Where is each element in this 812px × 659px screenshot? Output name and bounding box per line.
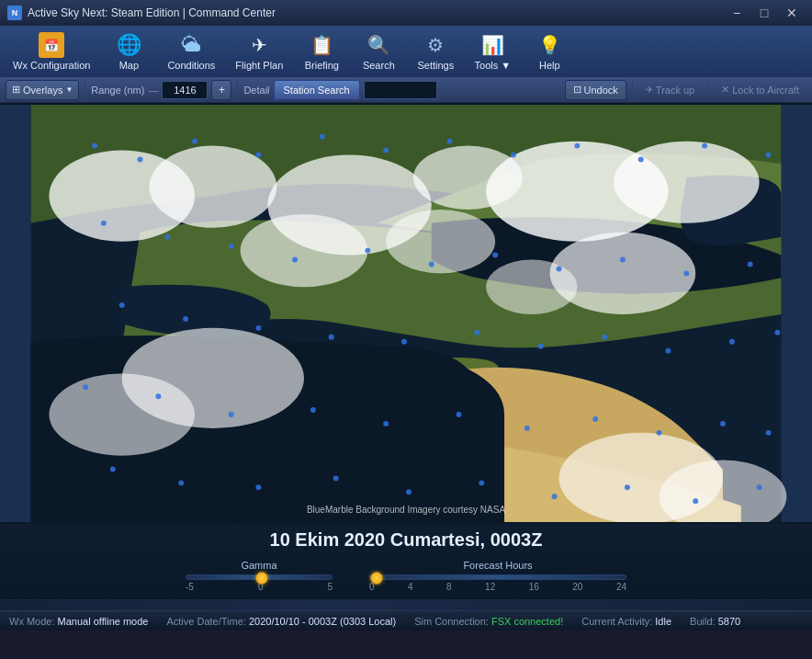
svg-point-12 <box>49 373 195 455</box>
overlays-label: Overlays <box>23 85 62 96</box>
range-plus-button[interactable]: + <box>211 80 231 100</box>
svg-point-32 <box>429 261 434 267</box>
menu-item-tools[interactable]: 📊 Tools ▼ <box>465 28 520 74</box>
svg-point-67 <box>625 484 630 490</box>
scrollbar-area[interactable] <box>0 599 812 610</box>
chart-icon: 📊 <box>481 34 504 56</box>
svg-point-17 <box>192 139 197 144</box>
menu-item-map[interactable]: 🌐 Map <box>101 28 156 74</box>
gamma-thumb[interactable] <box>255 572 268 585</box>
menu-item-flight-plan[interactable]: ✈ Flight Plan <box>226 28 292 74</box>
bottom-info-panel: 10 Ekim 2020 Cumartesi, 0003Z Gamma -5 0… <box>0 524 812 599</box>
svg-point-44 <box>538 344 544 349</box>
svg-point-30 <box>292 257 298 263</box>
current-activity-label: Current Activity: <box>581 616 652 627</box>
menu-item-search[interactable]: 🔍 Search <box>351 28 406 74</box>
station-search-input[interactable] <box>364 81 437 99</box>
svg-point-49 <box>83 384 88 390</box>
svg-point-18 <box>255 153 261 158</box>
svg-point-61 <box>178 480 184 485</box>
svg-point-41 <box>329 335 334 340</box>
svg-point-21 <box>447 139 453 144</box>
menu-label-briefing: Briefing <box>305 60 339 71</box>
menu-label-flight-plan: Flight Plan <box>235 60 283 71</box>
cloud-icon: 🌥 <box>181 33 201 57</box>
menu-label-map: Map <box>119 60 139 71</box>
undock-button[interactable]: ⊡ Undock <box>565 80 626 100</box>
menu-item-wx-config[interactable]: 📅 Wx Configuration <box>4 28 99 74</box>
svg-point-43 <box>474 330 479 335</box>
svg-point-28 <box>164 234 170 240</box>
forecast-tick-8: 8 <box>446 582 452 592</box>
svg-point-33 <box>492 253 498 258</box>
detail-label: Detail <box>243 85 269 96</box>
svg-point-15 <box>92 143 97 149</box>
menu-item-conditions[interactable]: 🌥 Conditions <box>158 28 224 74</box>
toolbar: ⊞ Overlays ▼ Range (nm) — + Detail Stati… <box>0 77 812 103</box>
svg-point-68 <box>693 498 698 504</box>
track-up-icon: ✈ <box>646 85 653 95</box>
svg-point-51 <box>229 412 234 417</box>
gamma-slider-group: Gamma -5 0 5 <box>186 560 333 592</box>
forecast-tick-16: 16 <box>529 582 539 592</box>
svg-point-45 <box>602 335 607 340</box>
track-up-button: ✈ Track up <box>638 80 702 100</box>
build-value: 5870 <box>718 616 740 627</box>
menu-label-tools: Tools ▼ <box>475 60 512 71</box>
svg-point-48 <box>774 330 780 335</box>
briefcase-icon: 📋 <box>310 34 333 56</box>
title-bar: N Active Sky Next: Steam Edition | Comma… <box>0 0 812 26</box>
station-search-tab[interactable]: Station Search <box>274 80 360 100</box>
svg-point-29 <box>229 244 234 249</box>
range-dash: — <box>148 85 158 96</box>
svg-point-19 <box>320 134 325 140</box>
lock-aircraft-label: Lock to Aircraft <box>732 85 799 96</box>
menu-item-briefing[interactable]: 📋 Briefing <box>294 28 349 74</box>
svg-point-38 <box>119 302 125 308</box>
svg-point-2 <box>149 146 276 228</box>
gamma-track[interactable] <box>186 574 333 580</box>
minimize-button[interactable]: − <box>724 3 750 23</box>
svg-point-25 <box>702 143 707 149</box>
undock-icon: ⊡ <box>573 84 581 96</box>
menu-label-search: Search <box>363 60 395 71</box>
svg-point-55 <box>524 426 530 431</box>
svg-point-6 <box>614 142 760 223</box>
datetime-display: 10 Ekim 2020 Cumartesi, 0003Z <box>0 529 812 551</box>
range-input[interactable] <box>162 81 208 99</box>
forecast-tick-24: 24 <box>616 582 626 592</box>
forecast-slider-group: Forecast Hours 0 4 8 12 16 20 24 <box>369 560 626 592</box>
close-button[interactable]: ✕ <box>779 3 805 23</box>
sliders-row: Gamma -5 0 5 Forecast Hours 0 <box>0 556 812 596</box>
svg-point-20 <box>383 148 389 153</box>
bulb-icon: 💡 <box>538 34 561 56</box>
calendar-icon: 📅 <box>39 32 64 58</box>
svg-point-34 <box>557 266 562 271</box>
svg-point-50 <box>155 393 161 399</box>
gamma-tick-5: 5 <box>327 582 333 592</box>
svg-point-35 <box>620 257 626 263</box>
svg-point-54 <box>457 412 462 417</box>
build-label: Build: <box>690 616 716 627</box>
app-icon: N <box>7 6 22 20</box>
menu-item-help[interactable]: 💡 Help <box>522 28 577 74</box>
map-area[interactable]: BlueMarble Background Imagery courtesy N… <box>0 103 812 524</box>
menu-item-settings[interactable]: ⚙ Settings <box>408 28 463 74</box>
overlays-button[interactable]: ⊞ Overlays ▼ <box>6 80 79 100</box>
svg-point-53 <box>383 421 389 426</box>
active-datetime-label: Active Date/Time: <box>166 616 245 627</box>
forecast-label: Forecast Hours <box>463 560 532 571</box>
forecast-thumb[interactable] <box>370 572 383 585</box>
svg-point-37 <box>748 261 753 267</box>
menu-label-settings: Settings <box>417 60 454 71</box>
range-label: Range (nm) <box>91 85 144 96</box>
wx-mode-label: Wx Mode: <box>9 616 55 627</box>
wx-mode-value: Manual offline mode <box>58 616 149 627</box>
sim-connection-status: Sim Connection: FSX connected! <box>414 616 563 627</box>
track-up-label: Track up <box>656 85 694 96</box>
svg-point-22 <box>511 153 516 158</box>
sim-connection-label: Sim Connection: <box>414 616 489 627</box>
forecast-track[interactable] <box>369 574 626 580</box>
plane-icon: ✈ <box>252 34 267 56</box>
maximize-button[interactable]: □ <box>751 3 777 23</box>
